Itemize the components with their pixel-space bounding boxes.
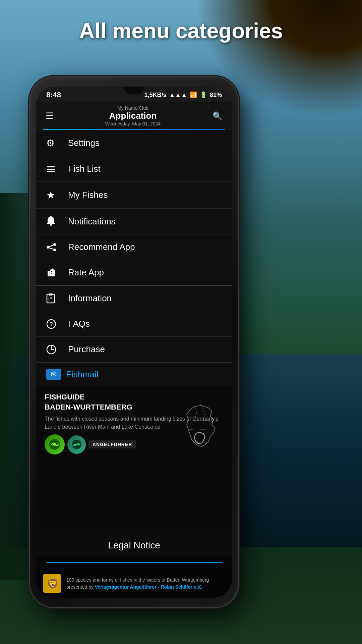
page-title: All menu categories [0,18,362,43]
fishguide-title: FISHGUIDE [45,393,224,401]
recommend-app-label: Recommend App [68,242,135,252]
menu-item-faqs[interactable]: ? FAQs [36,311,232,337]
fish-bar [36,556,232,569]
svg-point-4 [47,246,49,249]
phone-shell: 8:48 1,5KB/s ▲▲▲ 📶 🔋 81% ☰ My Name/Clu [30,77,238,607]
header-center: My Name/Club Application Wednesday, May … [56,105,210,126]
svg-rect-9 [51,271,52,272]
volume-up-button[interactable] [29,151,31,171]
svg-point-3 [50,224,52,226]
menu-item-purchase[interactable]: Purchase [36,337,232,362]
svg-rect-13 [49,298,49,301]
svg-rect-14 [50,299,52,299]
svg-point-5 [53,243,56,246]
date-subtitle: Wednesday, May 01, 2024 [56,121,210,126]
menu-item-fish-list[interactable]: Fish List [36,156,232,182]
fishmail-icon: ✉ [46,369,61,380]
menu-item-my-fishes[interactable]: ★ My Fishes [36,182,232,209]
germany-map [178,403,222,457]
svg-rect-12 [49,293,53,296]
rate-app-icon [46,268,63,278]
menu-list: ⚙ Settings Fish List [36,130,232,386]
svg-line-8 [49,248,53,249]
menu-item-settings[interactable]: ⚙ Settings [36,130,232,156]
hamburger-menu-icon[interactable]: ☰ [43,108,56,124]
menu-item-notifications[interactable]: Notifications [36,209,232,234]
svg-rect-15 [50,298,52,298]
status-time: 8:48 [46,91,61,99]
fish-list-label: Fish List [68,164,101,174]
notifications-label: Notifications [68,216,116,227]
fish-list-icon [46,164,63,174]
phone-device: 8:48 1,5KB/s ▲▲▲ 📶 🔋 81% ☰ My Name/Clu [30,77,238,607]
battery-icon: 🔋 [200,91,207,99]
information-label: Information [68,293,112,304]
status-indicators: 1,5KB/s ▲▲▲ 📶 🔋 81% [144,91,222,99]
brand-label: ANGELFÜHRER [88,440,136,448]
user-name-subtitle: My Name/Club [56,105,210,111]
badge-description: 100 species and forms of fishes in the w… [66,577,225,591]
volume-down-button[interactable] [29,178,31,205]
settings-icon: ⚙ [46,138,63,149]
camera-notch [124,87,144,94]
phone-screen: 8:48 1,5KB/s ▲▲▲ 📶 🔋 81% ☰ My Name/Clu [36,87,232,598]
app-header: ☰ My Name/Club Application Wednesday, Ma… [36,102,232,130]
power-button[interactable] [238,178,239,205]
menu-item-recommend-app[interactable]: Recommend App [36,234,232,260]
svg-text:🦁: 🦁 [47,578,59,589]
svg-point-23 [77,443,79,445]
menu-item-information[interactable]: Information [36,286,232,311]
menu-item-rate-app[interactable]: Rate App [36,260,232,285]
svg-text:?: ? [50,321,53,327]
app-icon-secondary [67,435,86,454]
rate-app-label: Rate App [68,267,104,278]
publisher-name: Verlagsagentur Angelführer - Robin Schäf… [95,584,202,590]
svg-rect-1 [47,169,55,170]
app-icon-main [45,434,65,454]
legal-notice[interactable]: Legal Notice [36,535,232,556]
search-icon[interactable]: 🔍 [210,109,225,123]
recommend-icon [46,243,63,252]
menu-item-fishmail[interactable]: ✉ Fishmail [36,362,232,386]
notifications-icon [46,216,63,227]
faqs-label: FAQs [68,319,90,329]
data-speed: 1,5KB/s [144,92,166,99]
svg-rect-0 [47,166,55,167]
svg-rect-2 [47,171,55,172]
information-icon [46,293,63,304]
purchase-icon [46,344,63,355]
svg-point-22 [74,444,76,446]
my-fishes-icon: ★ [46,189,63,201]
app-preview-section: FISHGUIDE BADEN-WURTTEMBERG The fishes w… [36,386,232,535]
svg-line-7 [49,245,53,247]
my-fishes-label: My Fishes [68,190,108,200]
fishmail-label: Fishmail [66,369,99,380]
purchase-label: Purchase [68,344,105,355]
legal-notice-text: Legal Notice [108,540,160,550]
faqs-icon: ? [46,319,63,329]
fish-line [46,562,222,563]
bottom-badge: 🦁 100 species and forms of fishes in the… [36,569,232,598]
svg-point-6 [53,249,56,251]
svg-rect-10 [51,273,52,274]
battery-percent: 81% [210,92,222,99]
settings-label: Settings [68,138,100,148]
app-title: Application [56,111,210,121]
wifi-icon: 📶 [190,91,197,99]
signal-icon: ▲▲▲ [169,92,187,99]
lion-badge-icon: 🦁 [43,574,61,593]
